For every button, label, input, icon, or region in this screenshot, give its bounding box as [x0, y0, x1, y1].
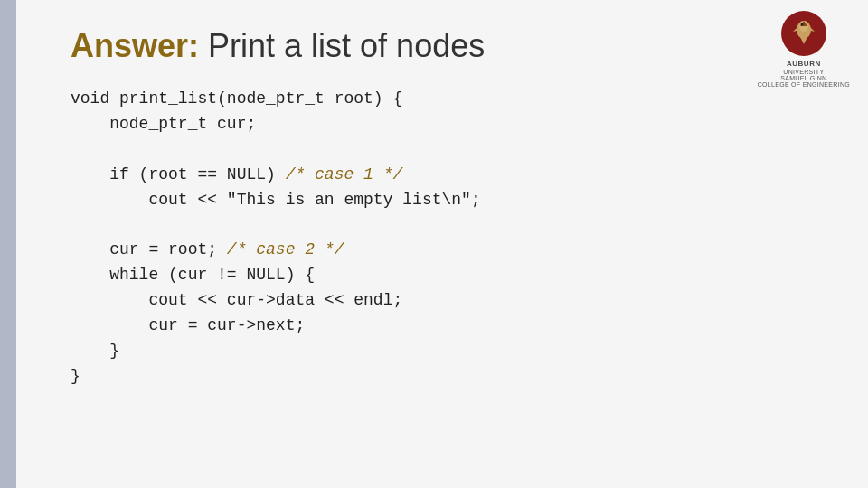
code-line-1: void print_list(node_ptr_t root) { — [71, 87, 832, 112]
code-comment-2: /* case 2 */ — [227, 240, 344, 258]
code-line-11: } — [71, 339, 832, 364]
code-line-12: } — [71, 364, 832, 389]
code-line-blank-1 — [71, 137, 832, 163]
code-block: void print_list(node_ptr_t root) { node_… — [71, 87, 832, 389]
title-answer-prefix: Answer: — [71, 27, 199, 64]
logo-university-name: AUBURN — [787, 60, 821, 69]
code-line-7: cur = root; /* case 2 */ — [71, 238, 832, 263]
svg-point-3 — [800, 23, 803, 26]
main-content: AUBURN UNIVERSITY SAMUEL GINN COLLEGE OF… — [16, 0, 868, 488]
code-comment-1: /* case 1 */ — [286, 165, 403, 183]
code-line-9: cout << cur->data << endl; — [71, 288, 832, 314]
university-logo: AUBURN UNIVERSITY SAMUEL GINN COLLEGE OF… — [758, 11, 850, 88]
logo-line3: SAMUEL GINN — [780, 75, 826, 81]
code-line-4: if (root == NULL) /* case 1 */ — [71, 163, 832, 188]
eagle-icon — [788, 17, 820, 50]
code-if-plain: if (root == NULL) — [90, 165, 286, 183]
code-line-2: node_ptr_t cur; — [71, 112, 832, 137]
svg-marker-6 — [800, 37, 807, 44]
left-sidebar-bar — [0, 0, 16, 488]
code-line-5: cout << "This is an empty list\n"; — [71, 188, 832, 213]
code-line-8: while (cur != NULL) { — [71, 263, 832, 288]
logo-line4: COLLEGE OF ENGINEERING — [758, 81, 850, 88]
code-cur-plain: cur = root; — [90, 240, 227, 258]
code-line-blank-2 — [71, 212, 832, 238]
title-suffix: Print a list of nodes — [199, 27, 485, 64]
logo-circle — [781, 11, 826, 56]
logo-line2: UNIVERSITY — [783, 69, 824, 75]
slide-title: Answer: Print a list of nodes — [71, 27, 832, 65]
code-line-10: cur = cur->next; — [71, 314, 832, 339]
